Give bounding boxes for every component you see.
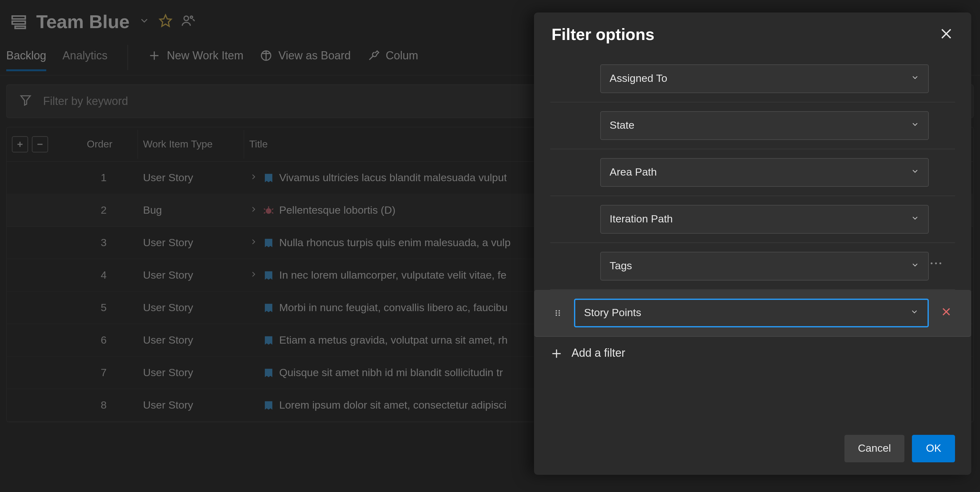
filter-field-dropdown[interactable]: Story Points — [574, 299, 929, 327]
expand-chevron-icon[interactable] — [249, 236, 258, 249]
cell-type: User Story — [138, 163, 244, 193]
filter-field-label: Assigned To — [609, 72, 667, 85]
tab-backlog[interactable]: Backlog — [6, 49, 46, 71]
cell-order: 1 — [69, 163, 138, 193]
filter-field-label: Area Path — [609, 166, 657, 179]
svg-marker-11 — [21, 96, 30, 105]
backlog-brand-icon — [10, 13, 27, 30]
add-filter-label: Add a filter — [571, 347, 625, 360]
column-options-button[interactable]: Colum — [367, 49, 418, 71]
svg-line-17 — [264, 209, 266, 209]
cell-type: User Story — [138, 228, 244, 258]
remove-filter-button[interactable] — [937, 306, 955, 320]
svg-point-67 — [555, 315, 557, 316]
work-item-title: Morbi in nunc feugiat, convallis libero … — [279, 301, 508, 314]
cell-order: 7 — [69, 358, 138, 388]
view-as-board-label: View as Board — [278, 49, 351, 62]
svg-rect-1 — [12, 21, 25, 24]
close-button[interactable] — [939, 26, 954, 43]
svg-line-20 — [272, 212, 274, 213]
chevron-down-icon — [911, 72, 920, 85]
filter-field-row: Area Path — [550, 149, 955, 196]
favorite-star-icon[interactable] — [158, 14, 172, 30]
plus-icon — [148, 49, 161, 62]
filter-field-row: Assigned To — [550, 56, 955, 102]
svg-point-5 — [190, 16, 192, 18]
svg-line-19 — [264, 212, 266, 213]
column-header-order[interactable]: Order — [69, 130, 138, 159]
cell-type: User Story — [138, 325, 244, 355]
new-work-item-button[interactable]: New Work Item — [148, 49, 243, 71]
work-item-title: In nec lorem ullamcorper, vulputate veli… — [279, 269, 507, 282]
cell-type: User Story — [138, 260, 244, 290]
filter-field-dropdown[interactable]: Assigned To — [600, 64, 929, 93]
close-icon — [939, 26, 954, 41]
svg-point-65 — [555, 312, 557, 314]
cell-order: 2 — [69, 195, 138, 225]
view-as-board-button[interactable]: View as Board — [260, 49, 351, 71]
new-work-item-label: New Work Item — [167, 49, 243, 62]
work-item-title: Quisque sit amet nibh id mi blandit soll… — [279, 366, 503, 379]
chevron-down-icon — [911, 213, 920, 226]
cell-order: 5 — [69, 293, 138, 323]
team-name[interactable]: Team Blue — [36, 11, 130, 32]
svg-line-18 — [272, 209, 274, 209]
drag-handle-icon[interactable] — [550, 309, 565, 317]
bug-icon — [263, 205, 274, 216]
work-item-title: Etiam a metus gravida, volutpat urna sit… — [279, 334, 508, 346]
svg-marker-3 — [159, 15, 171, 27]
user-story-icon — [263, 269, 274, 281]
wrench-icon — [367, 49, 379, 62]
work-item-title: Pellentesque lobortis (D) — [279, 204, 395, 217]
column-header-type[interactable]: Work Item Type — [138, 130, 244, 159]
collapse-all-button[interactable] — [32, 136, 48, 153]
filter-field-dropdown[interactable]: Tags — [600, 252, 929, 280]
user-story-icon — [263, 302, 274, 313]
add-filter-button[interactable]: Add a filter — [550, 337, 955, 373]
svg-rect-2 — [15, 26, 25, 29]
cancel-button[interactable]: Cancel — [844, 435, 905, 462]
work-item-title: Vivamus ultricies lacus blandit malesuad… — [279, 172, 507, 184]
user-story-icon — [263, 172, 274, 183]
cell-order: 8 — [69, 390, 138, 420]
funnel-icon — [19, 94, 32, 109]
filter-field-label: Iteration Path — [609, 213, 673, 226]
chevron-down-icon — [911, 260, 920, 272]
cell-order: 4 — [69, 260, 138, 290]
cell-order: 6 — [69, 325, 138, 355]
cell-order: 3 — [69, 228, 138, 258]
svg-point-4 — [184, 16, 188, 21]
filter-options-panel: Filter options Assigned ToStateArea Path… — [534, 13, 971, 475]
chevron-down-icon — [911, 119, 920, 132]
tab-analytics[interactable]: Analytics — [62, 49, 107, 71]
plus-icon — [550, 347, 563, 360]
user-story-icon — [263, 237, 274, 248]
expand-chevron-icon[interactable] — [249, 269, 258, 282]
expand-chevron-icon[interactable] — [249, 172, 258, 184]
user-story-icon — [263, 400, 274, 411]
cell-type: User Story — [138, 358, 244, 388]
filter-field-dropdown[interactable]: State — [600, 111, 929, 140]
cell-type: User Story — [138, 293, 244, 323]
team-switch-chevron-icon[interactable] — [138, 15, 150, 29]
column-options-label: Colum — [386, 49, 418, 62]
panel-title: Filter options — [552, 25, 654, 45]
board-icon — [260, 49, 272, 62]
filter-field-label: State — [609, 119, 634, 132]
svg-rect-0 — [12, 16, 25, 19]
svg-point-68 — [558, 315, 560, 316]
ok-button[interactable]: OK — [912, 435, 955, 462]
filter-field-row: Iteration Path — [550, 196, 955, 243]
user-story-icon — [263, 367, 274, 378]
filter-field-label: Story Points — [584, 307, 641, 319]
team-members-icon[interactable] — [181, 14, 194, 30]
expand-all-button[interactable] — [12, 136, 28, 153]
svg-point-63 — [555, 310, 557, 312]
svg-point-64 — [558, 310, 560, 312]
filter-field-dropdown[interactable]: Iteration Path — [600, 205, 929, 234]
filter-field-dropdown[interactable]: Area Path — [600, 158, 929, 187]
filter-field-row: Tags — [550, 243, 955, 290]
separator — [127, 45, 128, 70]
expand-chevron-icon[interactable] — [249, 204, 258, 217]
work-item-title: Lorem ipsum dolor sit amet, consectetur … — [279, 399, 507, 411]
